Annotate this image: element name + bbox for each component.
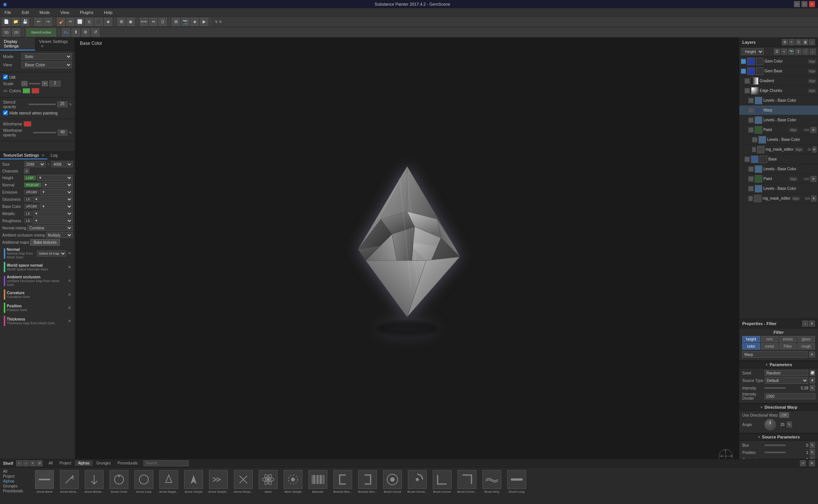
new-btn[interactable]: 📄 [2, 18, 11, 26]
shelf-tree-procedurals[interactable]: Procedurals [3, 489, 27, 493]
menu-help[interactable]: Help [102, 9, 115, 15]
stencil-active-btn[interactable]: Stencil Active [26, 28, 56, 37]
layer-delete-btn[interactable]: ✕ [811, 195, 816, 202]
select-btn[interactable]: ◈ [104, 18, 112, 26]
shelf-item-brush-dirty[interactable]: Brush Dirty [481, 470, 503, 493]
angle-knob[interactable] [765, 419, 776, 430]
menu-file[interactable]: File [2, 9, 14, 15]
transform-btn[interactable]: ⊞ [117, 18, 125, 26]
fill-btn[interactable]: ⬛ [95, 18, 103, 26]
paint-btn[interactable]: 🖌 [57, 18, 65, 26]
render-btn[interactable]: ▶ [200, 18, 208, 26]
shelf-close-btn[interactable]: ✕ [809, 460, 815, 466]
scale-minus-btn[interactable]: - [21, 81, 27, 86]
size-select-height[interactable]: 4096 [51, 161, 73, 167]
stencil-opacity-edit-icon[interactable]: ✎ [69, 102, 72, 107]
channel-metal-btn[interactable]: metal [761, 343, 778, 350]
channel-emiss-btn[interactable]: emiss [779, 336, 797, 342]
shelf-item-arrow-circle[interactable]: Arrow Circle [108, 470, 130, 493]
clone-btn[interactable]: ⎘ [85, 18, 93, 26]
layer-visibility-toggle[interactable] [745, 157, 750, 162]
hide-stencil-checkbox[interactable] [3, 110, 8, 115]
shelf-tree-project[interactable]: Project [3, 474, 27, 479]
mode-3d-btn[interactable]: 3D [2, 28, 11, 37]
layers-add-btn[interactable]: + [789, 39, 795, 45]
wsn-map-close[interactable]: ✕ [68, 265, 71, 270]
properties-expand-btn[interactable]: ↕ [802, 321, 808, 327]
thickness-map-close[interactable]: ✕ [68, 319, 71, 324]
3d-btn[interactable]: ◈ [191, 18, 199, 26]
shelf-item-brush-circuit2[interactable]: Brush Circuit... [406, 470, 429, 493]
layers-expand-btn[interactable]: ↕ [809, 39, 815, 45]
channel-height-btn[interactable]: height [742, 336, 760, 342]
layers-action-btn5[interactable]: ↑ [803, 49, 809, 55]
glossiness-format-select[interactable]: ▼ [33, 196, 73, 202]
filter-channel-btn[interactable]: Filter [779, 343, 797, 350]
sym3-btn[interactable]: ⟨⟩ [159, 18, 167, 26]
shelf-item-arrow-simple[interactable]: Arrow Simple [182, 470, 205, 493]
shelf-item-arrow-band[interactable]: Arrow Band [33, 470, 56, 493]
shelf-item-atom-simple[interactable]: Atom Simple [282, 470, 304, 493]
parameters-subsection-header[interactable]: ▼ Parameters [739, 361, 818, 368]
shelf-item-arrow-borde[interactable]: Arrow Borde... [83, 470, 105, 493]
intensity-slider[interactable] [765, 387, 786, 389]
shelf-item-brush-corne[interactable]: Brush Corne... [456, 470, 478, 493]
layers-action-btn2[interactable]: + [781, 49, 787, 55]
shelf-item-bracket-bend2[interactable]: Bracket Ben... [356, 470, 379, 493]
shelf-item-bracket-bend1[interactable]: Bracket Ben... [331, 470, 354, 493]
viewport[interactable]: Base Color [75, 38, 739, 469]
shelf-item-brush-circuit1[interactable]: Brush Circuit [381, 470, 404, 493]
channel-color-btn[interactable]: color [742, 343, 760, 350]
layer-visibility-toggle[interactable] [748, 108, 754, 113]
layer-visibility-toggle[interactable] [748, 127, 754, 133]
layer-item[interactable]: Levels - Base Color [739, 96, 818, 105]
normal-map-close[interactable]: ✕ [68, 251, 71, 256]
bake-textures-btn[interactable]: Bake textures [30, 239, 60, 246]
material-btn[interactable]: ◉ [127, 18, 135, 26]
layers-channel-select[interactable]: Height [742, 48, 764, 55]
filter-remove-btn[interactable]: ✕ [809, 351, 815, 357]
shelf-nav-btn4[interactable]: ↺ [37, 460, 43, 466]
layer-item[interactable]: Warp [739, 105, 818, 115]
shelf-nav-btn2[interactable]: → [23, 460, 29, 466]
shelf-expand-btn[interactable]: ↗ [800, 460, 806, 466]
position-edit-btn[interactable]: ✎ [810, 449, 815, 455]
redo-btn[interactable]: ↪ [44, 18, 52, 26]
shelf-tab-procedurals[interactable]: Procedurals [114, 460, 140, 466]
curvature-map-close[interactable]: ✕ [68, 292, 71, 297]
grid-btn[interactable]: ⊞ [172, 18, 180, 26]
shelf-tab-alphas[interactable]: Alphas [75, 460, 93, 466]
shelf-item-arrow-negat[interactable]: Arrow Negat... [157, 470, 180, 493]
layer-visibility-toggle[interactable] [748, 98, 754, 103]
layer-item[interactable]: Gem Base ldge [739, 66, 818, 76]
sym-btn[interactable]: ⟺ [140, 18, 148, 26]
layer-visibility-toggle[interactable] [748, 118, 754, 123]
stencil-opacity-slider[interactable] [29, 104, 56, 105]
mode-2d-btn[interactable]: 2D [12, 28, 20, 37]
layers-action-btn4[interactable]: ↧ [795, 49, 801, 55]
emissive-format-select[interactable]: ▼ [40, 189, 73, 195]
shelf-nav-btn1[interactable]: ← [16, 460, 22, 466]
tab-log[interactable]: Log [47, 152, 60, 159]
layers-duplicate-btn[interactable]: ⎘ [795, 39, 801, 45]
shelf-nav-btn3[interactable]: + [30, 460, 36, 466]
viewer-settings-close[interactable]: ✕ [41, 44, 44, 48]
blur-slider[interactable] [765, 444, 786, 446]
shelf-tab-all[interactable]: All [46, 460, 56, 466]
color-swatch-red[interactable] [32, 88, 39, 93]
layer-item[interactable]: Base [739, 154, 818, 164]
shelf-item-arrow-bend[interactable]: Arrow Bend... [58, 470, 81, 493]
layer-visibility-toggle[interactable] [741, 59, 746, 64]
layer-item[interactable]: Levels - Base Color [739, 115, 818, 125]
refresh-btn[interactable]: ↺ [91, 28, 99, 37]
intensity-divider-input[interactable] [765, 393, 815, 399]
shelf-search-input[interactable] [143, 460, 189, 466]
layer-item[interactable]: Edge Chunks ldge [739, 86, 818, 96]
seed-random-btn[interactable]: 🎲 [810, 370, 815, 376]
layer-item[interactable]: Paint ldge 100 ✕ [739, 174, 818, 184]
smudge-btn[interactable]: ✏ [66, 18, 75, 26]
ps-btn[interactable]: Ps [62, 28, 70, 37]
angle-edit-btn[interactable]: ✎ [787, 422, 792, 428]
layer-visibility-toggle[interactable] [752, 147, 756, 152]
directional-warp-header[interactable]: ▼ Directional Warp [739, 403, 818, 411]
